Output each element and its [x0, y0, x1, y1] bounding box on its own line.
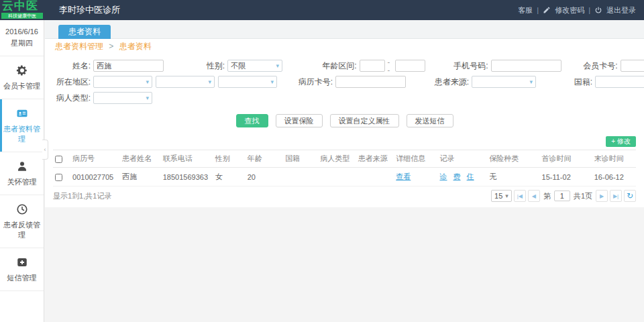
record-link-visit[interactable]: 诊 — [439, 172, 447, 180]
first-page-button[interactable]: |◀ — [514, 190, 526, 202]
record-count-summary: 显示1到1,共1记录 — [53, 191, 111, 201]
patient-source-label: 患者来源: — [406, 76, 472, 88]
sidebar-collapse-handle[interactable]: ‹ — [42, 140, 48, 160]
name-input[interactable] — [93, 60, 164, 72]
page-size-select[interactable]: 15 ▾ — [491, 190, 512, 202]
table-footer: 显示1到1,共1记录 15 ▾ |◀ ◀ 第 共1页 ▶ ▶| ↻ — [53, 186, 636, 203]
nationality-select[interactable]: ▾ — [595, 76, 644, 88]
send-sms-button[interactable]: 发送短信 — [407, 114, 453, 127]
refresh-icon[interactable]: ↻ — [624, 190, 636, 202]
chevron-down-icon: ▾ — [505, 193, 508, 199]
sidebar-item-sms[interactable]: 短信管理 — [0, 248, 44, 291]
set-insurance-button[interactable]: 设置保险 — [276, 114, 323, 127]
logo-subtitle: 科技健康中医 — [1, 13, 43, 19]
record-link-fee[interactable]: 费 — [453, 172, 461, 180]
sidebar-item-label: 患者资料管理 — [3, 125, 40, 143]
sidebar-item-patient-data[interactable]: 患者资料管理 — [0, 99, 44, 152]
cell-age: 20 — [246, 168, 283, 186]
view-detail-link[interactable]: 查看 — [396, 172, 411, 180]
age-from-input[interactable] — [360, 60, 385, 72]
phone-filter: 手机号码: — [425, 60, 561, 72]
main-area: 患者资料 患者资料管理 > 患者资料 姓名: 性别: 不限 ▾ 年龄区间: -- — [45, 20, 644, 322]
search-button[interactable]: 查找 — [236, 114, 268, 127]
breadcrumb: 患者资料管理 > 患者资料 — [45, 39, 644, 54]
sidebar-item-label: 患者反馈管理 — [3, 221, 40, 239]
page-number-input[interactable] — [554, 191, 570, 201]
cell-insurance: 无 — [487, 168, 539, 186]
cell-record-no: 0010027705 — [70, 168, 120, 186]
tab-bar: 患者资料 — [45, 20, 644, 39]
cell-nationality — [283, 168, 318, 186]
patient-type-select[interactable]: ▾ — [93, 92, 152, 104]
cell-phone: 18501569363 — [161, 168, 213, 186]
age-range-label: 年龄区间: — [282, 60, 360, 72]
chevron-down-icon: ▾ — [270, 79, 274, 85]
region-select-city[interactable]: ▾ — [156, 76, 215, 88]
record-link-stay[interactable]: 住 — [467, 172, 474, 180]
col-age: 年龄 — [246, 150, 283, 168]
sidebar-item-label: 关怀管理 — [7, 178, 37, 186]
weekday-text: 星期四 — [0, 38, 44, 49]
filter-panel: 姓名: 性别: 不限 ▾ 年龄区间: -- 手机号码: 会员 — [45, 54, 644, 109]
row-checkbox[interactable] — [55, 174, 62, 181]
region-filter: 所在地区: ▾ ▾ ▾ — [52, 76, 277, 88]
clinic-name: 李时珍中医诊所 — [59, 4, 120, 16]
message-plus-icon — [0, 256, 44, 270]
gender-label: 性别: — [164, 60, 227, 72]
cell-source — [356, 168, 394, 186]
customer-service-link[interactable]: 客服 — [518, 5, 533, 15]
total-pages-label: 共1页 — [574, 191, 592, 201]
sidebar-item-care[interactable]: 关怀管理 — [0, 152, 44, 195]
region-select-district[interactable]: ▾ — [218, 76, 277, 88]
next-page-button[interactable]: ▶ — [596, 190, 608, 202]
clock-icon — [0, 203, 44, 217]
prev-page-button[interactable]: ◀ — [528, 190, 540, 202]
record-card-input[interactable] — [335, 76, 406, 88]
modify-button[interactable]: +修改 — [606, 136, 636, 147]
gender-filter: 性别: 不限 ▾ — [164, 60, 282, 72]
logo-text: 云中医 — [2, 0, 38, 13]
patient-table: 病历号 患者姓名 联系电话 性别 年龄 国籍 病人类型 患者来源 详细信息 记录… — [53, 150, 636, 186]
col-records: 记录 — [437, 150, 487, 168]
table-toolbar: +修改 — [53, 134, 636, 150]
col-patient-type: 病人类型 — [318, 150, 356, 168]
member-card-label: 会员卡号: — [561, 60, 621, 72]
region-select-province[interactable]: ▾ — [93, 76, 152, 88]
topbar: 云中医 科技健康中医 李时珍中医诊所 客服 | 修改密码 | 退出登录 — [0, 0, 644, 20]
sidebar-item-label: 短信管理 — [7, 274, 37, 282]
patient-source-filter: 患者来源: ▾ — [406, 76, 536, 88]
pencil-icon — [543, 6, 551, 14]
col-nationality: 国籍 — [283, 150, 318, 168]
filter-row-2: 所在地区: ▾ ▾ ▾ 病历卡号: 患者来源: — [52, 74, 637, 90]
sidebar-item-member-card[interactable]: 会员卡管理 — [0, 56, 44, 99]
sidebar: 2016/6/16 星期四 会员卡管理 患者资料管理 关怀管理 患者反馈管理 短… — [0, 20, 44, 322]
col-gender: 性别 — [213, 150, 246, 168]
gender-select[interactable]: 不限 ▾ — [227, 60, 282, 72]
select-all-checkbox[interactable] — [55, 156, 62, 163]
patient-source-select[interactable]: ▾ — [472, 76, 536, 88]
modify-button-label: 修改 — [617, 138, 631, 145]
tab-patient-data[interactable]: 患者资料 — [58, 25, 111, 39]
member-card-input[interactable] — [621, 60, 644, 72]
chevron-down-icon: ▾ — [146, 79, 149, 85]
filter-row-3: 病人类型: ▾ — [52, 90, 637, 106]
cell-first-visit: 15-11-02 — [540, 168, 592, 186]
breadcrumb-parent[interactable]: 患者资料管理 — [55, 42, 103, 51]
age-to-input[interactable] — [395, 60, 425, 72]
name-filter: 姓名: — [52, 60, 164, 72]
id-card-icon — [0, 107, 44, 121]
logout-link[interactable]: 退出登录 — [606, 5, 636, 15]
set-custom-attrs-button[interactable]: 设置自定义属性 — [330, 114, 399, 127]
breadcrumb-current: 患者资料 — [119, 42, 152, 51]
phone-label: 手机号码: — [425, 60, 491, 72]
sidebar-item-feedback[interactable]: 患者反馈管理 — [0, 195, 44, 248]
nationality-filter: 国籍: ▾ — [536, 76, 644, 88]
region-label: 所在地区: — [52, 76, 93, 88]
chevron-down-icon: ▾ — [208, 79, 211, 85]
change-password-link[interactable]: 修改密码 — [555, 5, 584, 15]
col-source: 患者来源 — [356, 150, 394, 168]
name-label: 姓名: — [52, 60, 93, 72]
last-page-button[interactable]: ▶| — [610, 190, 622, 202]
chevron-down-icon: ▾ — [529, 79, 533, 85]
phone-input[interactable] — [491, 60, 561, 72]
